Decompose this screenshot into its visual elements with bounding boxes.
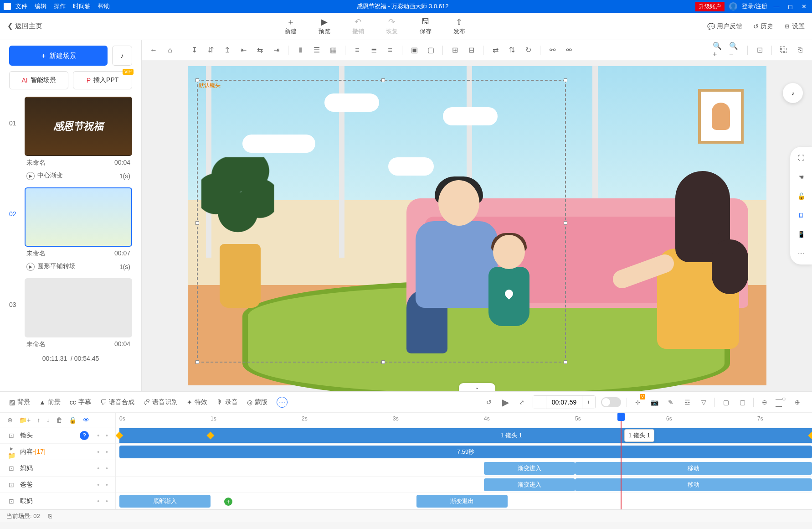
zoom-out-icon[interactable]: 🔍− — [729, 44, 742, 57]
flip-h-icon[interactable]: ⇄ — [489, 44, 502, 57]
history-link[interactable]: ↺历史 — [753, 22, 773, 31]
tts-button[interactable]: 🗩 语音合成 — [100, 398, 134, 406]
music-button[interactable]: ♪ — [112, 46, 132, 66]
distribute-v-icon[interactable]: ☰ — [310, 44, 323, 57]
unlock-icon[interactable]: 🔓 — [796, 191, 807, 202]
lane-duration[interactable]: 7.59秒 — [116, 444, 812, 460]
marker1-icon[interactable]: ▢ — [720, 397, 731, 408]
bottom-enter-clip[interactable]: 底部渐入 — [119, 495, 211, 508]
asr-button[interactable]: 🗪 语音识别 — [144, 398, 178, 406]
align-top-icon[interactable]: ↧ — [188, 44, 200, 57]
align-right-icon[interactable]: ⇥ — [270, 44, 283, 57]
group-icon[interactable]: ⊞ — [448, 44, 461, 57]
paste-icon[interactable]: ⎘ — [794, 44, 807, 57]
home-icon[interactable]: ⌂ — [164, 44, 176, 57]
lane-mom[interactable]: 渐变进入 移动 — [116, 460, 812, 477]
delete-icon[interactable]: 🗑 — [56, 416, 62, 424]
menu-action[interactable]: 操作 — [54, 2, 66, 10]
lane-feed[interactable]: 底部渐入 + 渐变退出 — [116, 493, 812, 509]
distribute-h-icon[interactable]: ⫴ — [294, 44, 307, 57]
align-left-icon[interactable]: ⇤ — [237, 44, 250, 57]
move-clip[interactable]: 移动 — [575, 478, 812, 491]
folder-add-icon[interactable]: 📁+ — [19, 416, 31, 424]
fade-in-clip[interactable]: 渐变进入 — [484, 462, 575, 475]
zoom-plus-icon[interactable]: ⊕ — [792, 397, 803, 408]
playhead[interactable]: 1 镜头 1 — [621, 413, 622, 509]
camera-icon[interactable]: 📷 — [649, 397, 660, 408]
time-stepper[interactable]: − + — [533, 395, 596, 409]
status-copy-icon[interactable]: ⎘ — [48, 513, 52, 519]
smart-scene-button[interactable]: AI智能场景 — [9, 71, 68, 89]
filter-icon[interactable]: ▽ — [698, 397, 709, 408]
arrange-icon[interactable]: ▦ — [327, 44, 339, 57]
new-button[interactable]: ＋新建 — [285, 17, 297, 36]
fade-out-clip[interactable]: 渐变退出 — [416, 495, 508, 508]
stage[interactable]: 默认镜头 — [188, 66, 766, 385]
add-keyframe-button[interactable]: + — [224, 498, 232, 506]
toggle-switch[interactable] — [601, 397, 621, 407]
zoom-in-icon[interactable]: 🔍+ — [713, 44, 725, 57]
timeline-ruler[interactable]: 0s 1s 2s 3s 4s 5s 6s 7s — [116, 413, 812, 427]
marker2-icon[interactable]: ▢ — [737, 397, 748, 408]
desktop-icon[interactable]: 🖥 — [796, 210, 807, 221]
edit-icon[interactable]: ✎ — [665, 397, 676, 408]
align-vcenter-icon[interactable]: ⇵ — [204, 44, 217, 57]
text-left-icon[interactable]: ≡ — [351, 44, 364, 57]
copy-icon[interactable]: ⿻ — [777, 44, 790, 57]
canvas-stage-wrap[interactable]: 默认镜头 ♪ ⛶ ☚ 🔓 🖥 📱 ⋯ ⌄ — [142, 60, 812, 391]
preview-button[interactable]: ▶预览 — [319, 17, 330, 36]
zoom-slider-icon[interactable]: —○— — [776, 397, 786, 408]
nav-back-icon[interactable]: ← — [147, 44, 160, 57]
visibility-icon[interactable]: 👁 — [83, 416, 89, 424]
maximize-icon[interactable]: ◻ — [786, 3, 795, 10]
mask-button[interactable]: ◎ 蒙版 — [247, 398, 267, 406]
scene-item-01[interactable]: 01 感恩节祝福 未命名00:04 ▶中心渐变1(s) — [9, 97, 132, 185]
flip-v-icon[interactable]: ⇅ — [505, 44, 518, 57]
menu-timeline[interactable]: 时间轴 — [73, 2, 91, 10]
move-clip[interactable]: 移动 — [575, 462, 812, 475]
keyframe-v-icon[interactable]: ⊹ — [632, 397, 643, 408]
layer-front-icon[interactable]: ▣ — [408, 44, 421, 57]
upgrade-button[interactable]: 升级账户 — [695, 2, 725, 11]
more-tools-button[interactable]: ⋯ — [277, 397, 288, 408]
lane-camera[interactable]: 1 镜头 1 — [116, 427, 812, 444]
menu-file[interactable]: 文件 — [15, 2, 27, 10]
lock-icon[interactable]: 🔒 — [69, 416, 77, 424]
settings-link[interactable]: ⚙设置 — [784, 22, 805, 31]
fade-in-clip[interactable]: 渐变进入 — [484, 478, 575, 491]
duration-clip[interactable]: 7.59秒 — [119, 446, 812, 458]
track-feed[interactable]: ⊡喂奶•• — [0, 493, 115, 509]
music-fab[interactable]: ♪ — [783, 83, 803, 103]
time-input[interactable] — [546, 396, 582, 409]
add-track-icon[interactable]: ⊕ — [7, 416, 13, 424]
rewind-icon[interactable]: ↺ — [483, 397, 494, 408]
fullscreen-icon[interactable]: ⛶ — [796, 152, 807, 163]
text-center-icon[interactable]: ≣ — [367, 44, 380, 57]
scene-thumbnail[interactable]: 感恩节祝福 — [25, 97, 132, 156]
mobile-icon[interactable]: 📱 — [796, 229, 807, 240]
timeline-lanes[interactable]: 0s 1s 2s 3s 4s 5s 6s 7s 1 镜头 1 7.59秒 渐变进… — [116, 413, 812, 509]
minimize-icon[interactable]: — — [772, 3, 781, 10]
insert-ppt-button[interactable]: P插入PPTVIP — [73, 71, 132, 89]
link-icon[interactable]: ⚯ — [546, 44, 559, 57]
play-trans-icon[interactable]: ▶ — [26, 172, 35, 180]
scene-item-02[interactable]: 02 未命名00:07 ▶圆形平铺转场1(s) — [9, 187, 132, 275]
scene-item-03[interactable]: 03 未命名00:04 — [9, 278, 132, 351]
text-right-icon[interactable]: ≡ — [384, 44, 396, 57]
expand-icon[interactable]: ⤢ — [516, 397, 527, 408]
publish-button[interactable]: ⇧发布 — [453, 17, 465, 36]
scene-thumbnail[interactable] — [25, 278, 132, 337]
ungroup-icon[interactable]: ⊟ — [465, 44, 478, 57]
move-down-icon[interactable]: ↓ — [46, 416, 50, 424]
more-icon[interactable]: ⋯ — [796, 248, 807, 259]
rotate-icon[interactable]: ↻ — [522, 44, 534, 57]
track-dad[interactable]: ⊡爸爸•• — [0, 477, 115, 493]
zoom-minus-icon[interactable]: ⊖ — [759, 397, 770, 408]
undo-button[interactable]: ↶撤销 — [352, 17, 364, 36]
scene-thumbnail[interactable] — [25, 187, 132, 247]
menu-edit[interactable]: 编辑 — [35, 2, 46, 10]
record-button[interactable]: 🎙 录音 — [216, 398, 238, 406]
play-trans-icon[interactable]: ▶ — [26, 263, 35, 271]
fit-icon[interactable]: ⊡ — [753, 44, 766, 57]
background-button[interactable]: ▨ 背景 — [9, 398, 30, 406]
